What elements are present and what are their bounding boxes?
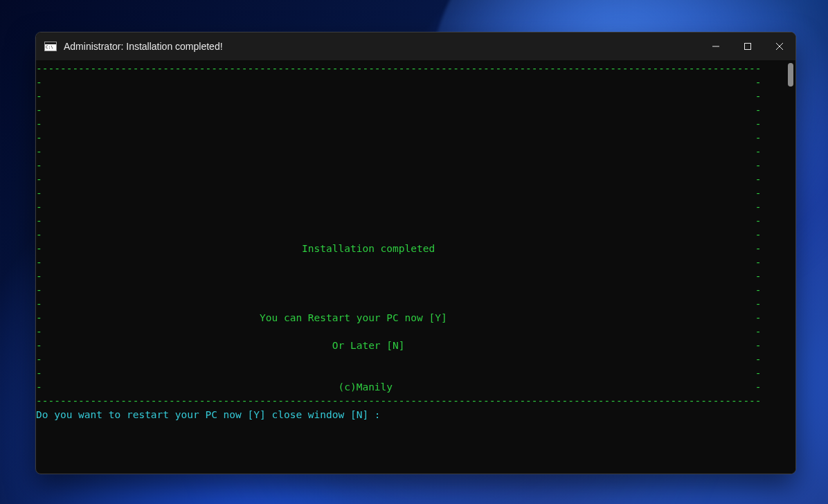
scrollbar[interactable]	[786, 60, 795, 474]
box-side: - -	[36, 105, 762, 116]
credit-line: - (c)Manily -	[36, 381, 762, 393]
minimize-icon	[712, 42, 720, 51]
box-side: - -	[36, 354, 762, 365]
box-side: - -	[36, 368, 762, 379]
box-side: - -	[36, 201, 762, 213]
restart-line: - You can Restart your PC now [Y] -	[36, 312, 762, 323]
console-area: ----------------------------------------…	[36, 60, 795, 474]
close-icon	[775, 42, 784, 51]
box-bottom: ----------------------------------------…	[36, 395, 762, 406]
minimize-button[interactable]	[700, 33, 732, 60]
close-button[interactable]	[764, 33, 795, 60]
maximize-icon	[744, 42, 752, 51]
box-side: - -	[36, 118, 762, 129]
box-side: - -	[36, 326, 762, 337]
box-side: - -	[36, 77, 762, 88]
prompt-line: Do you want to restart your PC now [Y] c…	[36, 409, 381, 420]
box-side: - -	[36, 298, 762, 309]
titlebar-left: Administrator: Installation completed!	[36, 41, 700, 52]
later-line: - Or Later [N] -	[36, 340, 762, 351]
maximize-button[interactable]	[732, 33, 764, 60]
box-side: - -	[36, 160, 762, 171]
box-side: - -	[36, 271, 762, 282]
box-top: ----------------------------------------…	[36, 63, 762, 74]
box-side: - -	[36, 257, 762, 268]
box-side: - -	[36, 285, 762, 296]
box-side: - -	[36, 174, 762, 185]
status-line: - Installation completed -	[36, 243, 762, 254]
box-side: - -	[36, 215, 762, 226]
terminal-window: Administrator: Installation completed! -…	[35, 32, 796, 474]
box-side: - -	[36, 146, 762, 157]
scrollbar-thumb[interactable]	[788, 63, 793, 87]
box-side: - -	[36, 91, 762, 102]
box-side: - -	[36, 229, 762, 240]
console-output[interactable]: ----------------------------------------…	[36, 60, 786, 474]
window-controls	[700, 33, 795, 60]
box-side: - -	[36, 188, 762, 199]
box-side: - -	[36, 132, 762, 143]
cmd-icon	[44, 42, 57, 51]
titlebar[interactable]: Administrator: Installation completed!	[36, 33, 795, 60]
window-title: Administrator: Installation completed!	[64, 41, 223, 52]
svg-rect-1	[745, 44, 751, 50]
